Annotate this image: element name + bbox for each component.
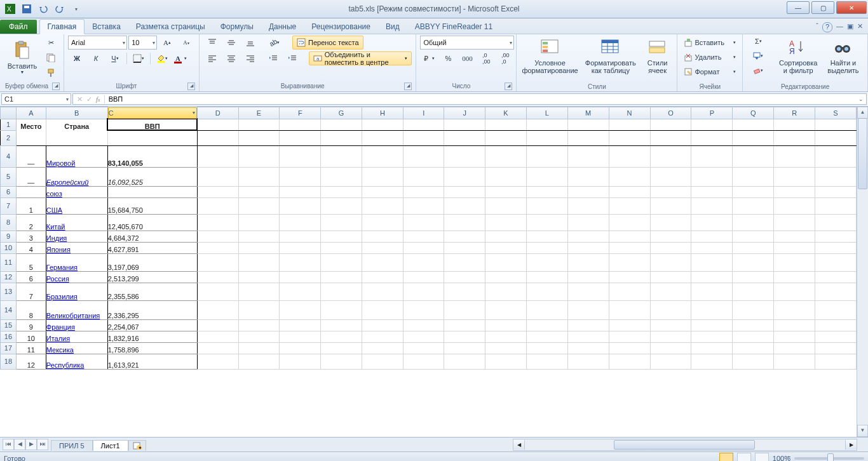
tab-abbyy[interactable]: ABBYY FineReader 11 xyxy=(407,20,501,34)
cell[interactable]: 10 xyxy=(16,331,46,342)
column-header-E[interactable]: E xyxy=(238,107,280,119)
cell[interactable] xyxy=(403,197,444,214)
cell[interactable]: Место xyxy=(16,119,46,130)
cell[interactable] xyxy=(197,119,238,130)
cell[interactable] xyxy=(526,145,567,167)
cell[interactable] xyxy=(691,214,733,230)
cell[interactable] xyxy=(197,145,238,167)
percent-button[interactable]: % xyxy=(439,51,457,65)
cell[interactable] xyxy=(815,214,857,230)
cell[interactable] xyxy=(774,319,815,331)
cell[interactable] xyxy=(650,253,691,271)
column-header-H[interactable]: H xyxy=(362,107,403,119)
number-format-select[interactable]: Общий xyxy=(420,36,514,50)
cell[interactable] xyxy=(321,242,362,253)
cell[interactable] xyxy=(238,214,280,230)
cell[interactable] xyxy=(526,300,567,319)
cell[interactable] xyxy=(815,342,857,354)
cell[interactable] xyxy=(444,342,485,354)
cell[interactable] xyxy=(280,319,321,331)
cell[interactable] xyxy=(485,342,527,354)
cell[interactable] xyxy=(403,342,444,354)
row-header[interactable]: 11 xyxy=(1,253,17,271)
cell[interactable] xyxy=(691,167,733,186)
italic-button[interactable]: К xyxy=(87,51,105,65)
cell[interactable] xyxy=(733,354,774,369)
cell[interactable] xyxy=(280,242,321,253)
cell[interactable]: 8 xyxy=(16,300,46,319)
cell[interactable]: 1,613,921 xyxy=(107,354,197,369)
cell[interactable] xyxy=(280,197,321,214)
cell[interactable] xyxy=(567,283,609,300)
cell[interactable] xyxy=(485,253,527,271)
cell[interactable] xyxy=(691,283,733,300)
cell[interactable] xyxy=(403,283,444,300)
cell[interactable] xyxy=(362,230,403,242)
cell[interactable] xyxy=(609,300,650,319)
cell[interactable] xyxy=(280,342,321,354)
row-header[interactable]: 13 xyxy=(1,283,17,300)
cell[interactable] xyxy=(526,331,567,342)
cell[interactable] xyxy=(362,331,403,342)
cell[interactable] xyxy=(321,167,362,186)
cell[interactable]: 83,140,055 xyxy=(107,145,197,167)
select-all-corner[interactable] xyxy=(1,107,17,119)
cell[interactable]: Япония xyxy=(46,242,107,253)
align-center-button[interactable] xyxy=(222,51,240,65)
cell[interactable] xyxy=(280,145,321,167)
redo-icon[interactable] xyxy=(52,1,67,17)
cell[interactable] xyxy=(362,130,403,145)
cell[interactable] xyxy=(650,283,691,300)
autosum-button[interactable]: Σ▾ xyxy=(747,34,770,48)
cell[interactable] xyxy=(321,145,362,167)
column-header-B[interactable]: B xyxy=(46,107,107,119)
cell[interactable] xyxy=(650,145,691,167)
cell[interactable] xyxy=(733,145,774,167)
minimize-ribbon-icon[interactable]: ˆ xyxy=(816,22,818,32)
row-header[interactable]: 1 xyxy=(1,119,17,130)
workbook-restore-icon[interactable]: ▣ xyxy=(847,22,853,32)
cell[interactable] xyxy=(444,354,485,369)
cell[interactable] xyxy=(691,319,733,331)
cell[interactable] xyxy=(650,271,691,283)
align-right-button[interactable] xyxy=(241,51,259,65)
cell[interactable] xyxy=(197,230,238,242)
cell[interactable] xyxy=(691,354,733,369)
cell[interactable] xyxy=(650,186,691,197)
tab-formulas[interactable]: Формулы xyxy=(213,20,261,34)
cell[interactable] xyxy=(774,145,815,167)
cell[interactable] xyxy=(691,145,733,167)
row-header[interactable]: 16 xyxy=(1,331,17,342)
cell[interactable] xyxy=(691,271,733,283)
vscroll-thumb[interactable] xyxy=(858,118,867,189)
cell[interactable] xyxy=(650,130,691,145)
cell[interactable] xyxy=(403,242,444,253)
cell[interactable] xyxy=(444,186,485,197)
font-color-button[interactable]: A▾ xyxy=(172,51,190,65)
copy-button[interactable] xyxy=(42,51,60,65)
cell[interactable] xyxy=(485,145,527,167)
workbook-close-icon[interactable]: ✕ xyxy=(857,22,863,32)
cell[interactable] xyxy=(650,214,691,230)
cell[interactable] xyxy=(733,186,774,197)
cell[interactable]: Россия xyxy=(46,271,107,283)
cell[interactable] xyxy=(321,342,362,354)
cell[interactable] xyxy=(444,197,485,214)
cell[interactable] xyxy=(238,319,280,331)
cell[interactable] xyxy=(609,319,650,331)
cell[interactable] xyxy=(280,331,321,342)
column-header-Q[interactable]: Q xyxy=(733,107,774,119)
cell[interactable] xyxy=(567,354,609,369)
cell[interactable] xyxy=(238,145,280,167)
cell[interactable]: 1,832,916 xyxy=(107,331,197,342)
cell[interactable] xyxy=(403,214,444,230)
align-bottom-button[interactable] xyxy=(241,36,259,50)
cell[interactable] xyxy=(362,214,403,230)
cell[interactable] xyxy=(362,283,403,300)
scroll-right-arrow[interactable]: ▶ xyxy=(845,440,857,450)
cell[interactable] xyxy=(650,319,691,331)
cell[interactable] xyxy=(567,214,609,230)
cell[interactable] xyxy=(650,197,691,214)
cell[interactable] xyxy=(691,186,733,197)
tab-insert[interactable]: Вставка xyxy=(85,20,128,34)
